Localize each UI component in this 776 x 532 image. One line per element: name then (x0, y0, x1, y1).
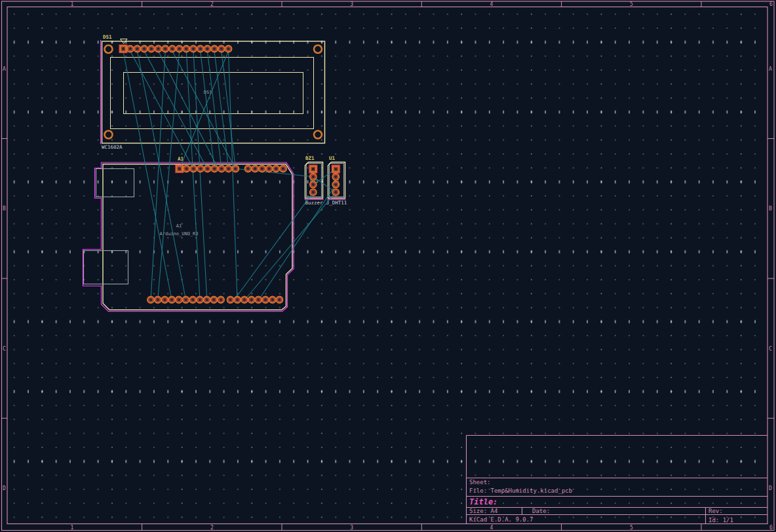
pcb-editor-canvas[interactable]: 112233445566AABBCCDD Sheet: File: Temp&H… (0, 0, 776, 532)
mounting-hole[interactable] (105, 131, 113, 139)
pad[interactable] (183, 46, 189, 52)
mounting-hole-drill (316, 47, 320, 51)
pad-drill-hole (164, 48, 166, 50)
pad-drill-hole (334, 176, 337, 178)
pad[interactable] (147, 297, 154, 303)
sheet-column-label-bottom: 1 (71, 525, 74, 531)
pad[interactable] (273, 166, 279, 172)
lcd-display-window (124, 73, 303, 114)
pad[interactable] (332, 181, 339, 188)
arduino-power-jack (84, 251, 128, 284)
pad[interactable] (148, 46, 155, 52)
ratsnest-line (235, 192, 313, 299)
pad-drill-hole (279, 299, 281, 301)
pad[interactable] (245, 166, 252, 172)
pad[interactable] (204, 166, 211, 172)
mounting-hole[interactable] (105, 45, 113, 53)
pad-drill-hole (157, 299, 159, 301)
pad[interactable] (310, 189, 317, 196)
arduino-usb-connector (96, 169, 134, 197)
pad-pin1[interactable] (176, 165, 184, 173)
pad-drill-hole (192, 168, 195, 170)
mounting-hole[interactable] (314, 131, 322, 139)
pad[interactable] (241, 297, 248, 303)
pad[interactable] (162, 46, 168, 52)
pad-drill-hole (178, 48, 181, 50)
pad[interactable] (134, 46, 141, 52)
buzzer-value-label: Buzzer (305, 200, 323, 206)
pad[interactable] (252, 166, 258, 172)
pad[interactable] (310, 174, 317, 180)
mounting-hole[interactable] (314, 45, 322, 53)
pad-drill-hole (129, 48, 132, 50)
pad[interactable] (255, 297, 262, 303)
pad[interactable] (204, 297, 210, 303)
sheet-row-label-left: A (3, 66, 6, 72)
pad-drill-hole (185, 168, 188, 170)
pad[interactable] (225, 166, 232, 172)
pad[interactable] (211, 46, 218, 52)
pad[interactable] (225, 46, 232, 52)
pad[interactable] (218, 166, 225, 172)
pad[interactable] (168, 297, 175, 303)
titleblock-id: Id: 1/1 (708, 517, 733, 523)
titleblock-app-version: KiCad E.D.A. 9.0.7 (469, 516, 534, 523)
pad[interactable] (162, 297, 168, 303)
pad[interactable] (155, 46, 162, 52)
pad[interactable] (280, 166, 286, 172)
pad-pin1[interactable] (309, 165, 317, 173)
pad[interactable] (248, 297, 255, 303)
pad[interactable] (169, 46, 176, 52)
pad-drill-hole (254, 168, 256, 170)
pad[interactable] (189, 297, 196, 303)
pad[interactable] (277, 297, 283, 303)
pad[interactable] (184, 166, 190, 172)
pad-drill-hole (312, 176, 315, 178)
pad[interactable] (127, 46, 134, 52)
pad[interactable] (210, 297, 217, 303)
sheet-row-label-left: B (3, 206, 6, 212)
pad[interactable] (197, 166, 204, 172)
pad[interactable] (141, 46, 147, 52)
pad[interactable] (234, 297, 241, 303)
pad[interactable] (218, 46, 225, 52)
pad[interactable] (269, 297, 276, 303)
pad[interactable] (176, 297, 182, 303)
pad[interactable] (332, 174, 339, 180)
mounting-hole-drill (106, 47, 110, 51)
pad[interactable] (190, 166, 197, 172)
titleblock-date-label: Date: (532, 508, 550, 514)
pad[interactable] (310, 181, 317, 188)
pad[interactable] (262, 297, 269, 303)
pad[interactable] (155, 297, 161, 303)
pad-drill-hole (275, 168, 277, 170)
sheet-inner-border (7, 7, 767, 524)
pad[interactable] (197, 297, 203, 303)
pad[interactable] (332, 189, 339, 196)
pad-pin1[interactable] (119, 45, 127, 53)
pad[interactable] (211, 166, 218, 172)
pad[interactable] (204, 46, 211, 52)
ratsnest-line (229, 51, 238, 300)
pad[interactable] (176, 46, 183, 52)
pad[interactable] (259, 166, 265, 172)
pad[interactable] (227, 297, 234, 303)
sheet-column-label-top: 2 (210, 1, 214, 7)
pad[interactable] (266, 166, 273, 172)
mounting-hole-drill (316, 132, 320, 136)
pad[interactable] (233, 166, 239, 172)
footprint-arduino[interactable]: A1 A1 Arduino_UNO_R3 (83, 156, 294, 312)
sheet-coordinate-labels: 112233445566AABBCCDD (2, 1, 775, 531)
sheet-column-label-bottom: 2 (210, 525, 214, 531)
pad-drill-hole (312, 191, 315, 194)
pad-pin1[interactable] (332, 165, 340, 173)
titleblock-file: File: Temp&Humidity.kicad_pcb (469, 487, 572, 494)
pad-drill-hole (191, 299, 194, 301)
pad[interactable] (183, 297, 189, 303)
pad[interactable] (190, 46, 197, 52)
pad[interactable] (218, 297, 224, 303)
lcd-value-label: WC1602A (102, 144, 123, 150)
pad-drill-hole (192, 48, 195, 50)
pad[interactable] (197, 46, 204, 52)
pad-drill-hole (250, 299, 253, 301)
